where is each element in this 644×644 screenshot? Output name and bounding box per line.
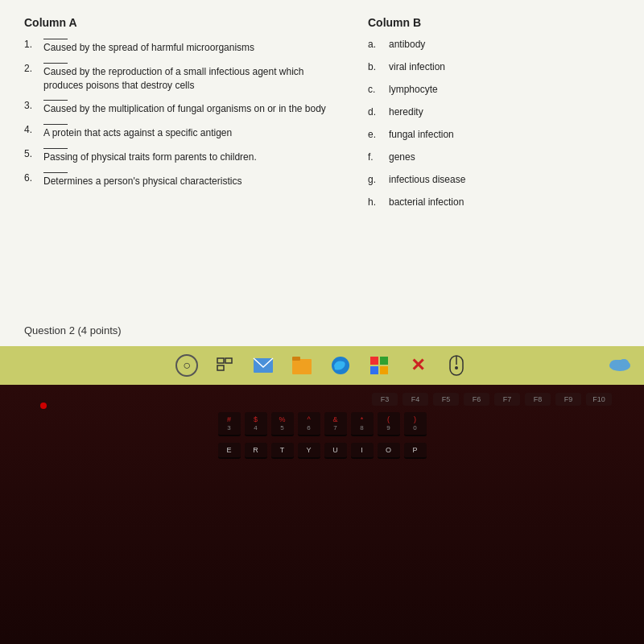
column-a: Column A 1. Caused by the spread of harm… bbox=[24, 16, 352, 219]
o-key[interactable]: O bbox=[378, 443, 400, 459]
f7-key[interactable]: F7 bbox=[494, 393, 520, 406]
b-text-g: infectious disease bbox=[389, 174, 465, 185]
cloud-icon[interactable] bbox=[608, 354, 632, 375]
b-letter-e: e. bbox=[368, 129, 384, 140]
f5-key[interactable]: F5 bbox=[433, 393, 459, 406]
f10-key[interactable]: F10 bbox=[586, 393, 612, 406]
b-text-b: viral infection bbox=[389, 61, 445, 72]
columns-wrapper: Column A 1. Caused by the spread of harm… bbox=[24, 16, 620, 219]
svg-rect-9 bbox=[370, 366, 378, 374]
b-text-h: bacterial infection bbox=[389, 196, 464, 208]
svg-rect-10 bbox=[380, 366, 388, 374]
mouse-icon[interactable] bbox=[444, 353, 469, 378]
col-b-header: Column B bbox=[368, 16, 620, 29]
fn-key-row: F3 F4 F5 F6 F7 F8 F9 F10 bbox=[0, 385, 644, 406]
answer-blank-1 bbox=[43, 39, 68, 39]
item-text-3: Caused by the multiplication of fungal o… bbox=[43, 103, 326, 114]
item-number-6: 6. bbox=[24, 172, 40, 184]
f4-key[interactable]: F4 bbox=[402, 393, 428, 406]
answer-blank-5 bbox=[43, 148, 68, 149]
svg-rect-2 bbox=[217, 365, 224, 370]
e-key[interactable]: E bbox=[218, 443, 241, 459]
store-icon[interactable] bbox=[367, 353, 391, 378]
hash-key[interactable]: #3 bbox=[218, 412, 241, 436]
task-view-icon[interactable] bbox=[213, 353, 237, 378]
item-text-6: Determines a person's physical character… bbox=[43, 175, 242, 187]
b-text-a: antibody bbox=[389, 39, 425, 50]
item-text-4: A protein that acts against a specific a… bbox=[43, 127, 232, 138]
answer-blank-6 bbox=[43, 172, 68, 173]
b-letter-a: a. bbox=[368, 39, 384, 50]
red-indicator-dot bbox=[40, 402, 47, 409]
svg-rect-1 bbox=[225, 358, 232, 363]
i-key[interactable]: I bbox=[351, 443, 374, 459]
rparen-key[interactable]: )0 bbox=[404, 412, 427, 436]
col-a-item-5: 5. Passing of physical traits form paren… bbox=[24, 148, 336, 164]
col-b-item-c: c. lymphocyte bbox=[368, 84, 620, 95]
f9-key[interactable]: F9 bbox=[555, 393, 581, 406]
b-letter-f: f. bbox=[368, 151, 384, 163]
answer-blank-4 bbox=[43, 124, 68, 125]
col-a-item-6: 6. Determines a person's physical charac… bbox=[24, 172, 336, 188]
paper-content: Column A 1. Caused by the spread of harm… bbox=[0, 0, 644, 346]
dollar-key[interactable]: $4 bbox=[245, 412, 267, 436]
f6-key[interactable]: F6 bbox=[464, 393, 489, 406]
edge-icon[interactable] bbox=[328, 353, 353, 378]
t-key[interactable]: T bbox=[271, 443, 294, 459]
col-b-item-g: g. infectious disease bbox=[368, 174, 620, 185]
p-key[interactable]: P bbox=[404, 443, 427, 459]
col-a-item-1: 1. Caused by the spread of harmful micro… bbox=[24, 39, 336, 55]
svg-rect-0 bbox=[217, 358, 224, 363]
col-b-item-f: f. genes bbox=[368, 151, 620, 163]
caret-key[interactable]: ^6 bbox=[298, 412, 320, 436]
y-key[interactable]: Y bbox=[298, 443, 320, 459]
r-key[interactable]: R bbox=[245, 443, 267, 459]
f8-key[interactable]: F8 bbox=[525, 393, 551, 406]
b-text-f: genes bbox=[389, 151, 415, 163]
svg-point-16 bbox=[619, 359, 629, 367]
percent-key[interactable]: %5 bbox=[271, 412, 294, 436]
b-letter-d: d. bbox=[368, 106, 384, 118]
svg-rect-4 bbox=[292, 359, 312, 374]
item-number-1: 1. bbox=[24, 39, 40, 50]
taskbar: ○ ✕ bbox=[0, 346, 644, 385]
asterisk-key[interactable]: *8 bbox=[351, 412, 374, 436]
answer-blank-3 bbox=[43, 100, 68, 101]
b-text-e: fungal infection bbox=[389, 129, 454, 140]
col-b-item-e: e. fungal infection bbox=[368, 129, 620, 140]
col-a-item-2: 2. Caused by the reproduction of a small… bbox=[24, 63, 336, 93]
lparen-key[interactable]: (9 bbox=[378, 412, 400, 436]
item-number-2: 2. bbox=[24, 63, 40, 74]
files-icon[interactable] bbox=[290, 353, 314, 378]
b-letter-h: h. bbox=[368, 196, 384, 208]
b-letter-b: b. bbox=[368, 61, 384, 72]
svg-point-13 bbox=[455, 366, 458, 369]
col-b-item-h: h. bacterial infection bbox=[368, 196, 620, 208]
item-number-4: 4. bbox=[24, 124, 40, 135]
number-key-row: #3 $4 %5 ^6 &7 *8 (9 )0 bbox=[0, 406, 644, 436]
svg-rect-8 bbox=[380, 357, 388, 365]
dark-background: F3 F4 F5 F6 F7 F8 F9 F10 #3 $4 %5 ^6 &7 … bbox=[0, 385, 644, 644]
item-text-2: Caused by the reproduction of a small in… bbox=[43, 66, 304, 91]
item-number-5: 5. bbox=[24, 148, 40, 159]
ampersand-key[interactable]: &7 bbox=[324, 412, 347, 436]
item-text-5: Passing of physical traits form parents … bbox=[43, 151, 257, 163]
windows-search-icon[interactable]: ○ bbox=[175, 354, 198, 377]
u-key[interactable]: U bbox=[324, 443, 347, 459]
col-b-item-d: d. heredity bbox=[368, 106, 620, 118]
letter-key-row: E R T Y U I O P bbox=[0, 436, 644, 459]
svg-rect-7 bbox=[370, 357, 378, 365]
x-icon[interactable]: ✕ bbox=[406, 353, 430, 378]
svg-rect-5 bbox=[292, 357, 300, 361]
item-text-1: Caused by the spread of harmful microorg… bbox=[43, 42, 254, 53]
mail-icon[interactable] bbox=[251, 353, 275, 378]
b-text-d: heredity bbox=[389, 106, 423, 118]
question-label: Question 2 (4 points) bbox=[24, 324, 122, 336]
col-b-item-b: b. viral infection bbox=[368, 61, 620, 72]
answer-blank-2 bbox=[43, 63, 68, 64]
column-b: Column B a. antibody b. viral infection … bbox=[352, 16, 620, 219]
b-text-c: lymphocyte bbox=[389, 84, 438, 95]
f3-key[interactable]: F3 bbox=[372, 393, 398, 406]
item-number-3: 3. bbox=[24, 100, 40, 111]
b-letter-c: c. bbox=[368, 84, 384, 95]
